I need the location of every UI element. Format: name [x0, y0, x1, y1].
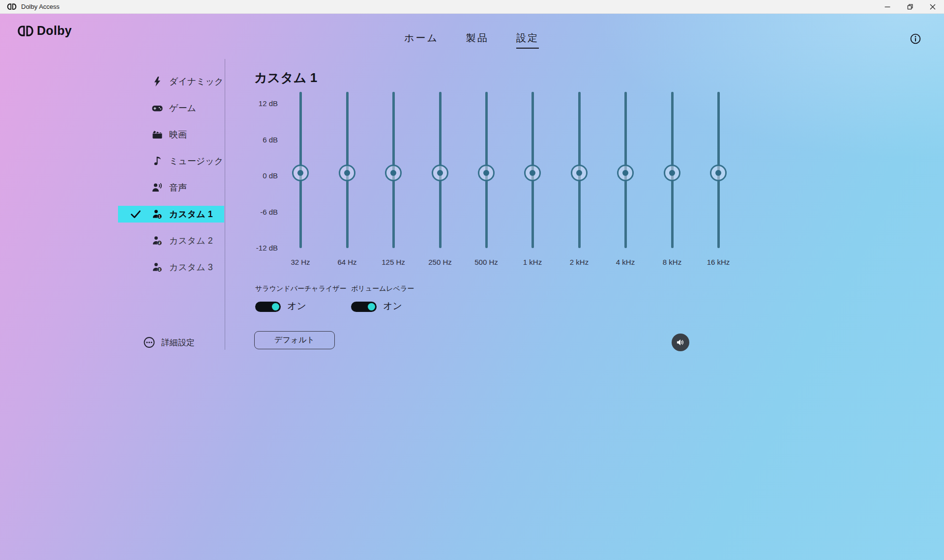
eq-knob[interactable] [571, 165, 588, 181]
sidebar-item-custom-2[interactable]: 2 カスタム 2 [118, 227, 225, 254]
eq-freq-label: 2 kHz [556, 258, 602, 266]
close-button[interactable] [921, 0, 944, 14]
tab-home[interactable]: ホーム [404, 31, 439, 49]
speaker-icon [676, 337, 685, 347]
sidebar-item-custom-1[interactable]: 1 カスタム 1 [118, 201, 225, 227]
sidebar-item-custom-3[interactable]: 3 カスタム 3 [118, 254, 225, 280]
eq-knob-dot [437, 170, 443, 176]
eq-band-1khz: 1 kHz [509, 92, 556, 269]
check-icon [130, 208, 142, 220]
tab-settings[interactable]: 設定 [516, 31, 539, 49]
ellipsis-circle-icon [143, 336, 155, 349]
eq-freq-label: 64 Hz [324, 258, 370, 266]
volume-leveler-label: ボリュームレベラー [351, 284, 414, 293]
sidebar-item-movie[interactable]: 映画 [118, 121, 225, 148]
eq-freq-label: 8 kHz [649, 258, 695, 266]
sidebar-item-label: 音声 [169, 182, 187, 194]
eq-knob-dot [344, 170, 350, 176]
dolby-double-d-icon [7, 3, 17, 10]
toggle-knob [368, 303, 375, 310]
info-icon [910, 33, 921, 45]
sidebar-item-label: カスタム 2 [169, 235, 213, 247]
eq-knob[interactable] [432, 165, 448, 181]
titlebar: Dolby Access [0, 0, 944, 14]
eq-knob-dot [715, 170, 721, 176]
eq-freq-label: 32 Hz [277, 258, 324, 266]
person-3-icon: 3 [151, 261, 163, 273]
info-button[interactable] [910, 33, 921, 45]
eq-knob-dot [483, 170, 489, 176]
equalizer: 32 Hz 64 Hz 125 Hz 250 Hz 500 Hz [254, 92, 741, 288]
surround-virtualizer-label: サラウンドバーチャライザー [255, 284, 347, 293]
preset-sidebar: ダイナミック ゲーム [118, 68, 225, 280]
eq-band-500hz: 500 Hz [463, 92, 509, 269]
sidebar-item-label: カスタム 3 [169, 261, 213, 273]
gamepad-icon [151, 102, 163, 114]
volume-leveler-toggle[interactable] [351, 302, 377, 312]
sidebar-item-label: ゲーム [169, 102, 196, 114]
app-surface: Dolby ホーム 製品 設定 ダイナミック [0, 14, 944, 560]
eq-band-4khz: 4 kHz [602, 92, 649, 269]
dolby-logo: Dolby [17, 24, 72, 38]
eq-knob[interactable] [292, 165, 309, 181]
eq-knob-dot [390, 170, 396, 176]
eq-band-8khz: 8 kHz [649, 92, 695, 269]
bolt-icon [151, 76, 163, 87]
eq-band-64hz: 64 Hz [324, 92, 370, 269]
advanced-settings-label: 詳細設定 [161, 337, 195, 348]
eq-band-125hz: 125 Hz [370, 92, 416, 269]
eq-knob-dot [622, 170, 628, 176]
movie-clapper-icon [151, 129, 163, 140]
eq-knob[interactable] [524, 165, 541, 181]
music-note-icon [151, 155, 163, 167]
toggle-knob [272, 303, 279, 310]
main-nav: ホーム 製品 設定 [404, 31, 539, 49]
dolby-double-d-icon [17, 25, 34, 37]
person-2-icon: 2 [151, 235, 163, 247]
eq-freq-label: 250 Hz [417, 258, 463, 266]
eq-knob[interactable] [339, 165, 355, 181]
sidebar-item-music[interactable]: ミュージック [118, 148, 225, 174]
sidebar-item-dynamic[interactable]: ダイナミック [118, 68, 225, 95]
voice-icon [151, 182, 163, 194]
eq-knob[interactable] [478, 165, 495, 181]
sidebar-item-voice[interactable]: 音声 [118, 174, 225, 201]
badge-number: 3 [158, 268, 160, 271]
restore-button[interactable] [899, 0, 921, 14]
eq-knob[interactable] [664, 165, 680, 181]
eq-band-16khz: 16 kHz [695, 92, 741, 269]
sidebar-item-label: ミュージック [169, 155, 223, 167]
eq-freq-label: 1 kHz [509, 258, 556, 266]
eq-knob-dot [669, 170, 675, 176]
window-controls [876, 0, 944, 14]
eq-knob[interactable] [710, 165, 727, 181]
sidebar-item-label: ダイナミック [169, 76, 224, 87]
eq-band-2khz: 2 kHz [556, 92, 602, 269]
surround-virtualizer-toggle[interactable] [255, 302, 281, 312]
eq-freq-label: 4 kHz [602, 258, 649, 266]
surround-virtualizer-state: オン [287, 300, 306, 312]
brand-name: Dolby [37, 24, 72, 38]
eq-freq-label: 500 Hz [463, 258, 509, 266]
sidebar-item-label: カスタム 1 [169, 208, 213, 220]
preset-title: カスタム 1 [254, 69, 317, 86]
eq-freq-label: 125 Hz [370, 258, 416, 266]
preview-sound-button[interactable] [672, 334, 689, 351]
eq-knob[interactable] [617, 165, 634, 181]
eq-band-250hz: 250 Hz [417, 92, 463, 269]
window-title: Dolby Access [21, 3, 59, 10]
advanced-settings-button[interactable]: 詳細設定 [118, 334, 221, 351]
person-1-icon: 1 [151, 208, 163, 220]
sidebar-item-label: 映画 [169, 129, 187, 140]
minimize-button[interactable] [876, 0, 899, 14]
default-button[interactable]: デフォルト [254, 331, 335, 349]
eq-knob-dot [576, 170, 582, 176]
eq-knob-dot [530, 170, 535, 176]
tab-products[interactable]: 製品 [466, 31, 489, 49]
eq-knob[interactable] [385, 165, 402, 181]
badge-number: 1 [158, 215, 160, 218]
eq-freq-label: 16 kHz [695, 258, 741, 266]
sidebar-item-game[interactable]: ゲーム [118, 95, 225, 121]
badge-number: 2 [158, 241, 160, 245]
eq-band-32hz: 32 Hz [277, 92, 324, 269]
